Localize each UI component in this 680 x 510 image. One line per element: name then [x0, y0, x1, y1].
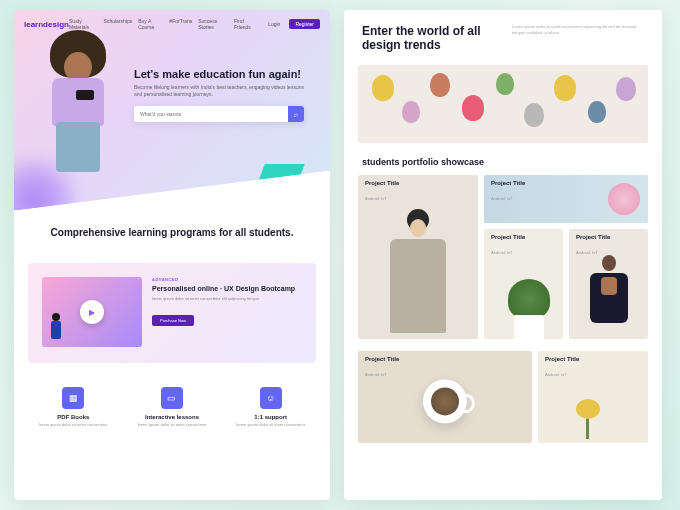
trends-header: Enter the world of all design trends Lor… — [344, 10, 662, 61]
login-button[interactable]: Login — [263, 19, 285, 29]
course-desc: lorem ipsum dolor sit amet consectetur e… — [152, 296, 302, 301]
coffee-cup-image — [423, 379, 467, 423]
programs-heading-section: Comprehensive learning programs for all … — [14, 210, 330, 255]
flower-image — [608, 183, 640, 215]
hero-subtitle: Become lifelong learners with India's be… — [134, 84, 304, 98]
trends-desc: Lorem ipsum dolor sit amet consectetur a… — [512, 24, 644, 53]
project-title: Project Title — [576, 234, 641, 240]
trends-title: Enter the world of all design trends — [362, 24, 492, 53]
purchase-button[interactable]: Purchase Now — [152, 315, 194, 326]
nav-links: Study Materials Scholarships Buy A Cours… — [69, 18, 257, 30]
play-button[interactable]: ▶ — [80, 300, 104, 324]
search-icon: ⌕ — [294, 111, 298, 118]
portfolio-card[interactable]: Project TitleAndroid, IoT — [358, 175, 478, 339]
logo[interactable]: learndesign — [24, 20, 69, 29]
feature-desc: lorem ipsum dolor sit amet consectetur — [132, 422, 212, 427]
portfolio-card[interactable]: Project TitleAndroid, IoT — [484, 229, 563, 339]
nav-link[interactable]: Find Friends — [234, 18, 257, 30]
portfolio-section-label: students portfolio showcase — [344, 157, 662, 175]
feature-desc: lorem ipsum dolor sit amet consectetur — [33, 422, 113, 427]
book-icon: ▦ — [62, 387, 84, 409]
portfolio-card[interactable]: Project TitleAndroid, IoT — [538, 351, 648, 443]
project-tags: Android, IoT — [545, 372, 567, 377]
programs-title: Comprehensive learning programs for all … — [30, 226, 314, 239]
nav-link[interactable]: Scholarships — [104, 18, 133, 30]
top-nav: learndesign Study Materials Scholarships… — [14, 10, 330, 38]
features-row: ▦ PDF Books lorem ipsum dolor sit amet c… — [14, 371, 330, 443]
course-title: Personalised online · UX Design Bootcamp — [152, 285, 302, 293]
landing-panel-right: Enter the world of all design trends Lor… — [344, 10, 662, 500]
nav-link[interactable]: Study Materials — [69, 18, 98, 30]
course-level-tag: ADVANCED — [152, 277, 302, 282]
portfolio-card[interactable]: Project TitleAndroid, IoT — [484, 175, 648, 223]
feature-pdf: ▦ PDF Books lorem ipsum dolor sit amet c… — [33, 387, 113, 427]
project-tags: Android, IoT — [491, 250, 513, 255]
search-bar: ⌕ — [134, 106, 304, 122]
register-button[interactable]: Register — [289, 19, 320, 29]
nav-link[interactable]: Success Stories — [198, 18, 228, 30]
course-thumbnail: ▶ — [42, 277, 142, 347]
feature-support: ☺ 1:1 support lorem ipsum dolor sit amet… — [231, 387, 311, 427]
project-title: Project Title — [545, 356, 641, 362]
course-card[interactable]: ▶ ADVANCED Personalised online · UX Desi… — [28, 263, 316, 363]
project-title: Project Title — [365, 356, 525, 362]
video-icon: ▭ — [161, 387, 183, 409]
project-title: Project Title — [491, 234, 556, 240]
project-tags: Android, IoT — [365, 372, 387, 377]
feature-title: Interactive lessons — [132, 414, 212, 420]
landing-panel-left: learndesign Study Materials Scholarships… — [14, 10, 330, 500]
feature-title: PDF Books — [33, 414, 113, 420]
hero-title: Let's make education fun again! — [134, 68, 304, 80]
feature-title: 1:1 support — [231, 414, 311, 420]
portfolio-card[interactable]: Project TitleAndroid, IoT — [358, 351, 532, 443]
project-tags: Android, IoT — [365, 196, 387, 201]
yellow-flower-image — [568, 399, 608, 439]
project-title: Project Title — [365, 180, 471, 186]
hero-section: learndesign Study Materials Scholarships… — [14, 10, 330, 210]
support-icon: ☺ — [260, 387, 282, 409]
nav-link[interactable]: Buy A Course — [138, 18, 163, 30]
lightbulbs-banner — [358, 65, 648, 143]
project-tags: Android, IoT — [491, 196, 513, 201]
feature-desc: lorem ipsum dolor sit amet consectetur — [231, 422, 311, 427]
yoga-image — [579, 255, 639, 339]
feature-interactive: ▭ Interactive lessons lorem ipsum dolor … — [132, 387, 212, 427]
nav-link[interactable]: #ForTrans — [169, 18, 192, 30]
plant-image — [502, 269, 556, 339]
search-button[interactable]: ⌕ — [288, 106, 304, 122]
portrait-image — [378, 209, 458, 339]
hero-person-image — [20, 30, 130, 210]
search-input[interactable] — [134, 106, 288, 122]
portfolio-card[interactable]: Project TitleAndroid, IoT — [569, 229, 648, 339]
